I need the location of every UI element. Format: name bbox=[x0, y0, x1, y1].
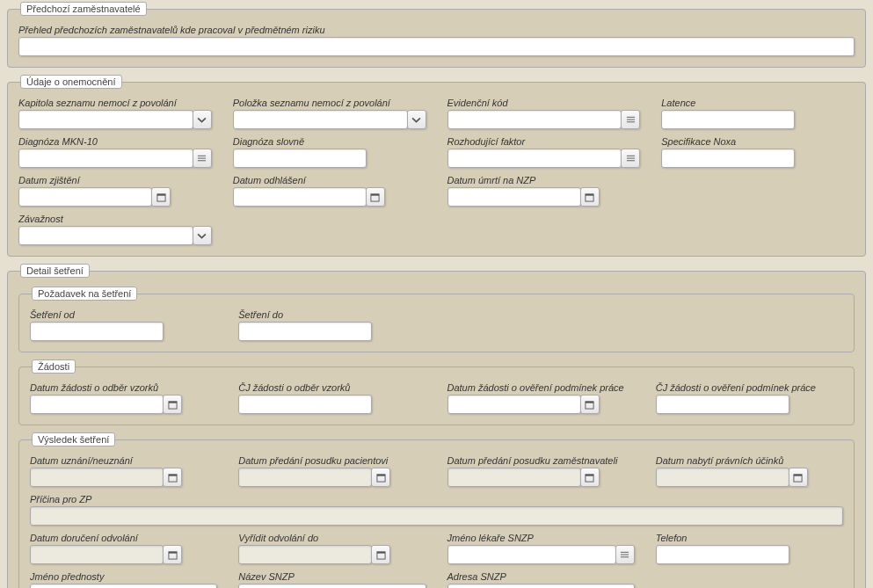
lookup-diag-mkn10[interactable] bbox=[193, 149, 212, 168]
label-kapitola: Kapitola seznamu nemocí z povolání bbox=[18, 98, 212, 108]
svg-rect-7 bbox=[627, 157, 635, 158]
datepicker-zadosti-overeni[interactable] bbox=[580, 395, 600, 414]
datepicker-predani-pac[interactable] bbox=[371, 468, 390, 487]
label-cj-zadosti-vzorku: ČJ žádosti o odběr vzorků bbox=[238, 382, 426, 393]
label-pricina-zp: Příčina pro ZP bbox=[30, 494, 843, 505]
label-datum-uznani: Datum uznání/neuznání bbox=[30, 455, 217, 466]
calendar-icon bbox=[585, 192, 594, 202]
datepicker-vyridit-do[interactable] bbox=[371, 545, 390, 564]
input-polozka[interactable] bbox=[233, 110, 408, 129]
input-datum-zjisteni[interactable] bbox=[18, 187, 152, 207]
svg-rect-22 bbox=[377, 474, 385, 475]
input-diag-mkn10[interactable] bbox=[18, 149, 193, 168]
calendar-icon bbox=[585, 473, 594, 483]
input-datum-zadosti-overeni[interactable] bbox=[447, 395, 581, 414]
input-pricina-zp bbox=[30, 506, 843, 526]
input-datum-nabyti bbox=[656, 468, 789, 487]
label-datum-predani-pac: Datum předání posudku pacientovi bbox=[238, 455, 426, 466]
input-rozhodujici[interactable] bbox=[447, 149, 622, 168]
calendar-icon bbox=[168, 473, 178, 483]
input-datum-predani-pac bbox=[238, 468, 372, 487]
input-kapitola[interactable] bbox=[18, 110, 193, 129]
label-evidencni: Evidenční kód bbox=[447, 98, 641, 108]
input-cj-zadosti-vzorku[interactable] bbox=[238, 395, 372, 414]
svg-rect-8 bbox=[627, 160, 635, 161]
input-telefon[interactable] bbox=[656, 545, 789, 564]
datepicker-predani-zam[interactable] bbox=[580, 468, 600, 487]
label-diag-mkn10: Diagnóza MKN-10 bbox=[18, 136, 212, 147]
datepicker-uznani[interactable] bbox=[163, 468, 182, 487]
lookup-jmeno-lekare[interactable] bbox=[615, 545, 635, 564]
label-datum-umrti: Datum úmrtí na NZP bbox=[447, 175, 641, 185]
input-datum-zadosti-vzorku[interactable] bbox=[30, 395, 164, 414]
input-specifikace[interactable] bbox=[661, 149, 795, 168]
input-nazev-snzp[interactable]: Fakultní nemocnice Hradec Králové, klini… bbox=[238, 584, 426, 588]
chevron-down-icon bbox=[197, 231, 207, 241]
datepicker-zadosti-vzorku[interactable] bbox=[163, 395, 182, 414]
dropdown-polozka[interactable] bbox=[407, 110, 426, 129]
svg-rect-31 bbox=[621, 551, 629, 552]
dropdown-kapitola[interactable] bbox=[193, 110, 212, 129]
list-icon bbox=[626, 115, 636, 125]
input-zavaznost[interactable] bbox=[18, 226, 193, 245]
input-jmeno-prednosty[interactable]: doc.MUDr. Jiří Chaloupka, CSc. bbox=[30, 584, 217, 588]
fieldset-vysledek: Výsledek šetření Datum uznání/neuznání D… bbox=[18, 432, 855, 588]
svg-rect-28 bbox=[168, 551, 176, 553]
datepicker-umrti[interactable] bbox=[580, 187, 600, 207]
dropdown-zavaznost[interactable] bbox=[193, 226, 212, 245]
input-datum-umrti[interactable] bbox=[447, 187, 581, 207]
label-nazev-snzp: Název SNZP bbox=[238, 571, 426, 582]
calendar-icon bbox=[168, 550, 178, 560]
label-rozhodujici: Rozhodující faktor bbox=[447, 136, 641, 147]
fieldset-detail: Detail šetření Požadavek na šetření Šetř… bbox=[7, 264, 866, 588]
input-datum-odhlaseni[interactable] bbox=[233, 187, 367, 207]
datepicker-odhlaseni[interactable] bbox=[366, 187, 385, 207]
svg-rect-24 bbox=[586, 474, 593, 475]
label-zavaznost: Závažnost bbox=[18, 214, 212, 224]
chevron-down-icon bbox=[197, 115, 207, 125]
svg-rect-30 bbox=[377, 551, 385, 553]
input-cj-zadosti-overeni[interactable] bbox=[656, 395, 789, 414]
list-icon bbox=[197, 154, 207, 163]
label-jmeno-prednosty: Jméno přednosty bbox=[30, 571, 217, 582]
lookup-rozhodujici[interactable] bbox=[621, 149, 640, 168]
calendar-icon bbox=[585, 400, 594, 410]
label-setreni-do: Šetření do bbox=[238, 309, 426, 320]
legend-prev-employers: Předchozí zaměstnavatelé bbox=[20, 2, 147, 16]
input-datum-uznani bbox=[30, 468, 164, 487]
svg-rect-12 bbox=[371, 193, 379, 195]
datepicker-nabyti[interactable] bbox=[789, 468, 808, 487]
label-cj-zadosti-overeni: ČJ žádosti o ověření podmínek práce bbox=[656, 382, 843, 393]
label-specifikace: Specifikace Noxa bbox=[661, 136, 855, 147]
legend-disease: Údaje o onemocnění bbox=[20, 75, 122, 89]
label-datum-zadosti-vzorku: Datum žádosti o odběr vzorků bbox=[30, 382, 217, 393]
lookup-evidencni[interactable] bbox=[621, 110, 640, 129]
datepicker-zjisteni[interactable] bbox=[151, 187, 171, 207]
input-evidencni[interactable] bbox=[447, 110, 622, 129]
label-polozka: Položka seznamu nemocí z povolání bbox=[233, 98, 426, 108]
svg-rect-16 bbox=[168, 401, 176, 403]
input-diag-slovne[interactable] bbox=[233, 149, 367, 168]
label-telefon: Telefon bbox=[656, 533, 843, 543]
input-adresa-snzp[interactable]: Sokolská 581, Hradec Králové, 500 05 bbox=[447, 584, 635, 588]
svg-rect-10 bbox=[156, 193, 164, 195]
input-prev-overview[interactable] bbox=[18, 37, 855, 56]
fieldset-disease: Údaje o onemocnění Kapitola seznamu nemo… bbox=[7, 75, 866, 257]
calendar-icon bbox=[376, 550, 386, 560]
label-adresa-snzp: Adresa SNZP bbox=[447, 571, 635, 582]
calendar-icon bbox=[376, 473, 386, 483]
calendar-icon bbox=[156, 192, 166, 202]
input-latence[interactable] bbox=[661, 110, 795, 129]
input-setreni-od[interactable] bbox=[30, 322, 164, 341]
datepicker-doruceni[interactable] bbox=[163, 545, 182, 564]
svg-rect-18 bbox=[586, 401, 593, 403]
input-setreni-do[interactable] bbox=[238, 322, 372, 341]
legend-vysledek: Výsledek šetření bbox=[32, 432, 115, 446]
label-setreni-od: Šetření od bbox=[30, 309, 217, 320]
input-jmeno-lekare[interactable] bbox=[447, 545, 616, 564]
svg-rect-5 bbox=[198, 160, 206, 161]
label-diag-slovne: Diagnóza slovně bbox=[233, 136, 426, 147]
svg-rect-20 bbox=[168, 474, 176, 475]
label-vyridit-do: Vyřídit odvolání do bbox=[238, 533, 426, 543]
svg-rect-0 bbox=[627, 116, 635, 117]
